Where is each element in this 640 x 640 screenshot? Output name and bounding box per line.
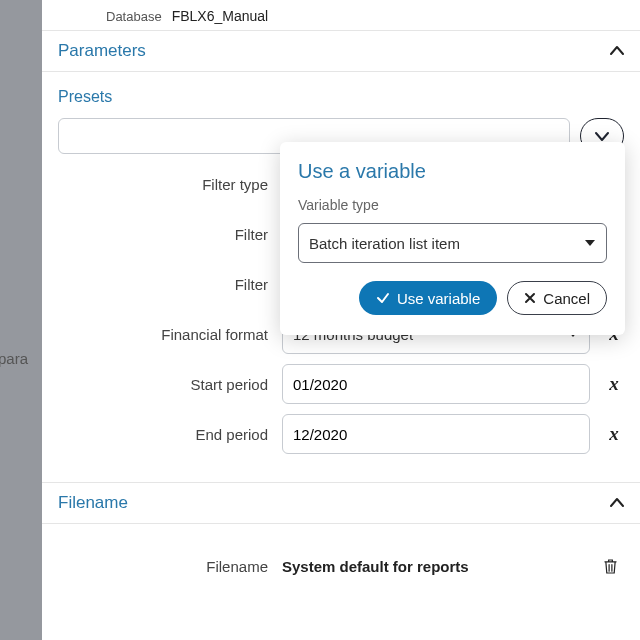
end-period-input[interactable] xyxy=(282,414,590,454)
popover-actions: Use variable Cancel xyxy=(298,281,607,315)
use-variable-label: Use variable xyxy=(397,290,480,307)
variable-toggle[interactable]: x xyxy=(604,423,624,445)
cancel-button[interactable]: Cancel xyxy=(507,281,607,315)
filename-value: System default for reports xyxy=(282,558,469,575)
delete-filename-button[interactable] xyxy=(604,559,624,574)
start-period-input[interactable] xyxy=(282,364,590,404)
label-financial-format: Financial format xyxy=(58,326,268,343)
popover-title: Use a variable xyxy=(298,160,607,183)
cancel-label: Cancel xyxy=(543,290,590,307)
row-start-period: Start period x xyxy=(58,364,624,404)
filename-title: Filename xyxy=(58,493,128,513)
main-panel: Database FBLX6_Manual Parameters Presets xyxy=(42,0,640,640)
left-gutter: para xyxy=(0,0,42,640)
use-variable-button[interactable]: Use variable xyxy=(359,281,497,315)
chevron-up-icon xyxy=(610,44,624,58)
variable-toggle[interactable]: x xyxy=(604,373,624,395)
chevron-up-icon xyxy=(610,496,624,510)
check-icon xyxy=(376,291,390,305)
label-start-period: Start period xyxy=(58,376,268,393)
database-row: Database FBLX6_Manual xyxy=(42,0,640,30)
filename-body: Filename System default for reports xyxy=(42,523,640,614)
filename-header[interactable]: Filename xyxy=(42,482,640,523)
label-filter: Filter xyxy=(58,226,268,243)
trash-icon xyxy=(604,559,624,574)
row-filename: Filename System default for reports xyxy=(58,546,624,586)
caret-down-icon xyxy=(584,237,596,249)
label-filter-type: Filter type xyxy=(58,176,268,193)
popover-type-label: Variable type xyxy=(298,197,607,213)
label-filter-2: Filter xyxy=(58,276,268,293)
chevron-down-icon xyxy=(595,129,609,143)
presets-label: Presets xyxy=(58,88,624,106)
variable-type-select[interactable]: Batch iteration list item xyxy=(298,223,607,263)
database-label: Database xyxy=(106,9,162,24)
use-variable-popover: Use a variable Variable type Batch itera… xyxy=(280,142,625,335)
truncated-outside-text: para xyxy=(0,350,28,367)
label-end-period: End period xyxy=(58,426,268,443)
row-end-period: End period x xyxy=(58,414,624,454)
parameters-header[interactable]: Parameters xyxy=(42,30,640,72)
variable-type-value: Batch iteration list item xyxy=(309,235,460,252)
label-filename: Filename xyxy=(58,558,268,575)
close-icon xyxy=(524,292,536,304)
parameters-title: Parameters xyxy=(58,41,146,61)
database-value: FBLX6_Manual xyxy=(172,8,269,24)
